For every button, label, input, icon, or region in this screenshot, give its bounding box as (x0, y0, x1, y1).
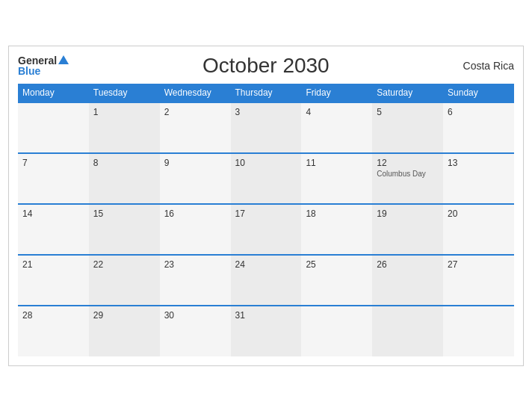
logo: General Blue (18, 55, 69, 76)
day-number: 22 (93, 259, 155, 270)
day-number: 5 (377, 107, 439, 117)
calendar-cell: 12Columbus Day (372, 153, 443, 204)
calendar-cell: 2 (160, 102, 231, 153)
day-number: 7 (22, 158, 84, 168)
logo-triangle-icon (58, 55, 69, 64)
calendar-cell: 3 (231, 102, 302, 153)
calendar-header: General Blue October 2030 Costa Rica (18, 54, 514, 78)
calendar-cell (301, 306, 372, 356)
calendar-cell (18, 102, 89, 153)
calendar-cell: 20 (443, 204, 514, 255)
calendar-cell: 22 (89, 255, 160, 306)
day-number: 12 (377, 158, 439, 168)
day-number: 11 (306, 158, 368, 168)
day-number: 6 (448, 107, 510, 117)
calendar-cell: 21 (18, 255, 89, 306)
day-number: 19 (377, 208, 439, 219)
weekday-header-monday: Monday (18, 84, 89, 102)
calendar-cell (443, 306, 514, 356)
calendar-cell: 17 (231, 204, 302, 255)
day-number: 2 (164, 107, 226, 117)
calendar-cell: 15 (89, 204, 160, 255)
calendar-cell: 31 (231, 306, 302, 356)
calendar-cell: 18 (301, 204, 372, 255)
calendar-grid: MondayTuesdayWednesdayThursdayFridaySatu… (18, 84, 514, 356)
day-number: 26 (377, 259, 439, 270)
day-number: 16 (164, 208, 226, 219)
weekday-header-row: MondayTuesdayWednesdayThursdayFridaySatu… (18, 84, 514, 102)
calendar-cell: 26 (372, 255, 443, 306)
calendar-cell: 28 (18, 306, 89, 356)
weekday-header-saturday: Saturday (372, 84, 443, 102)
calendar-cell: 6 (443, 102, 514, 153)
calendar-cell: 27 (443, 255, 514, 306)
day-number: 27 (448, 259, 510, 270)
calendar-week-row: 789101112Columbus Day13 (18, 153, 514, 204)
day-number: 8 (93, 158, 155, 168)
calendar-week-row: 14151617181920 (18, 204, 514, 255)
day-number: 28 (22, 310, 84, 321)
day-number: 21 (22, 259, 84, 270)
calendar-week-row: 21222324252627 (18, 255, 514, 306)
calendar-cell: 14 (18, 204, 89, 255)
calendar-cell: 8 (89, 153, 160, 204)
calendar-cell: 24 (231, 255, 302, 306)
logo-blue-text: Blue (18, 66, 69, 76)
weekday-header-wednesday: Wednesday (160, 84, 231, 102)
day-number: 1 (93, 107, 155, 117)
calendar-cell: 16 (160, 204, 231, 255)
day-number: 23 (164, 259, 226, 270)
country-name: Costa Rica (463, 60, 514, 72)
day-number: 13 (448, 158, 510, 168)
calendar-container: General Blue October 2030 Costa Rica Mon… (8, 46, 524, 366)
logo-general-text: General (18, 55, 57, 66)
weekday-header-sunday: Sunday (443, 84, 514, 102)
calendar-cell: 23 (160, 255, 231, 306)
day-number: 24 (235, 259, 297, 270)
calendar-week-row: 28293031 (18, 306, 514, 356)
calendar-cell: 1 (89, 102, 160, 153)
day-event: Columbus Day (377, 170, 439, 178)
calendar-cell: 13 (443, 153, 514, 204)
calendar-cell: 9 (160, 153, 231, 204)
day-number: 25 (306, 259, 368, 270)
day-number: 10 (235, 158, 297, 168)
day-number: 14 (22, 208, 84, 219)
calendar-cell: 10 (231, 153, 302, 204)
calendar-cell: 5 (372, 102, 443, 153)
calendar-cell: 19 (372, 204, 443, 255)
calendar-title: October 2030 (202, 54, 330, 78)
day-number: 4 (306, 107, 368, 117)
day-number: 15 (93, 208, 155, 219)
weekday-header-tuesday: Tuesday (89, 84, 160, 102)
calendar-cell: 29 (89, 306, 160, 356)
calendar-cell: 4 (301, 102, 372, 153)
calendar-cell: 25 (301, 255, 372, 306)
day-number: 20 (448, 208, 510, 219)
day-number: 3 (235, 107, 297, 117)
day-number: 17 (235, 208, 297, 219)
calendar-cell: 11 (301, 153, 372, 204)
calendar-cell: 7 (18, 153, 89, 204)
calendar-week-row: 123456 (18, 102, 514, 153)
weekday-header-friday: Friday (301, 84, 372, 102)
calendar-cell (372, 306, 443, 356)
logo-text: General (18, 55, 69, 66)
day-number: 31 (235, 310, 297, 321)
day-number: 9 (164, 158, 226, 168)
day-number: 30 (164, 310, 226, 321)
day-number: 18 (306, 208, 368, 219)
calendar-cell: 30 (160, 306, 231, 356)
day-number: 29 (93, 310, 155, 321)
weekday-header-thursday: Thursday (231, 84, 302, 102)
